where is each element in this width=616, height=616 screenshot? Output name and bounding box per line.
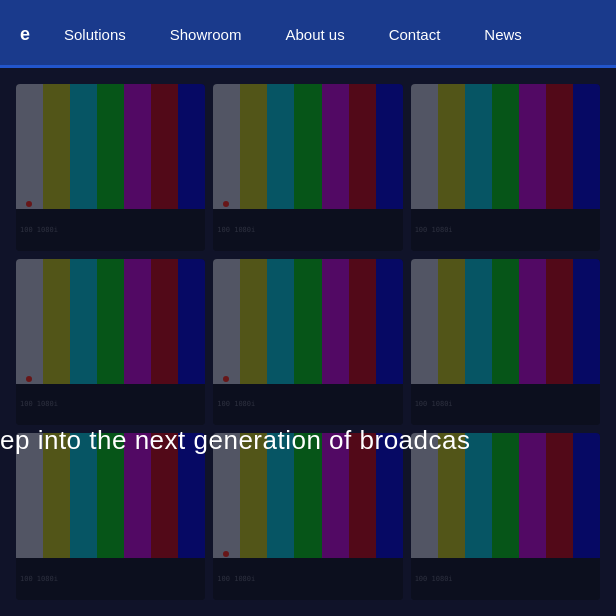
hero-section: 100 1080i 100 1080i	[0, 68, 616, 616]
hero-headline: ep into the next generation of broadcas	[0, 425, 616, 456]
nav-items: Solutions Showroom About us Contact News	[42, 0, 608, 68]
nav-item-news[interactable]: News	[462, 0, 544, 68]
nav-logo[interactable]: e	[8, 24, 42, 45]
nav-item-solutions[interactable]: Solutions	[42, 0, 148, 68]
navigation: e Solutions Showroom About us Contact Ne…	[0, 0, 616, 68]
nav-border	[0, 65, 616, 68]
hero-overlay	[0, 68, 616, 616]
nav-item-showroom[interactable]: Showroom	[148, 0, 264, 68]
nav-item-contact[interactable]: Contact	[367, 0, 463, 68]
nav-item-about-us[interactable]: About us	[263, 0, 366, 68]
